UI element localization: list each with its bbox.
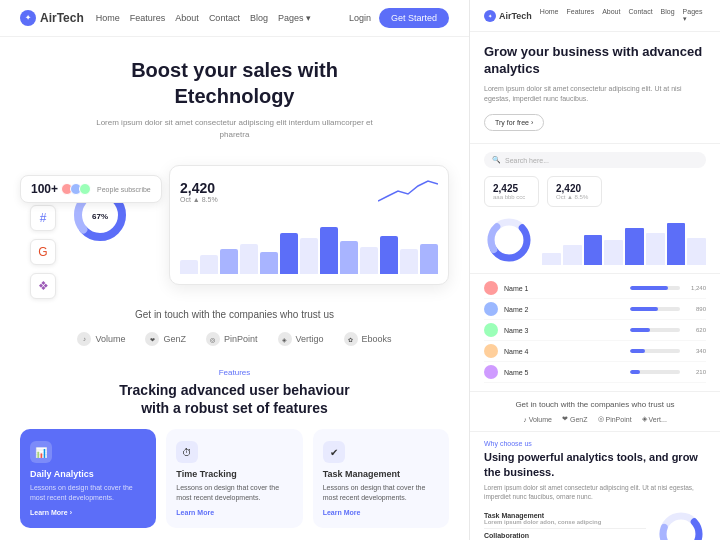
stats-section: 100+ People subscribe # G ❖ 67% [20, 165, 449, 295]
bar [200, 255, 218, 274]
bar [360, 247, 378, 275]
nav-pages[interactable]: Pages ▾ [278, 13, 311, 23]
company-icon: ♪ [77, 332, 91, 346]
right-company-vert: ◈ Vert... [642, 415, 667, 423]
mini-chart-row [484, 215, 706, 265]
feature-time-tracking: ⏱ Time Tracking Lessons on design that c… [166, 429, 302, 528]
right-company-volume: ♪ Volume [523, 415, 552, 423]
bar [260, 252, 278, 274]
nav-links: Home Features About Contact Blog Pages ▾ [96, 13, 337, 23]
company-icon: ◈ [278, 332, 292, 346]
stats-badge: 100+ People subscribe [20, 175, 162, 203]
right-nav-blog[interactable]: Blog [661, 8, 675, 23]
search-icon: 🔍 [492, 156, 501, 164]
bar [340, 241, 358, 274]
bar [380, 236, 398, 275]
right-nav-about[interactable]: About [602, 8, 620, 23]
nav-blog[interactable]: Blog [250, 13, 268, 23]
logo-text: AirTech [40, 11, 84, 25]
row-value: 1,240 [686, 285, 706, 291]
get-started-button[interactable]: Get Started [379, 8, 449, 28]
mini-stat-label: aaa bbb ccc [493, 194, 530, 200]
search-bar[interactable]: 🔍 Search here... [484, 152, 706, 168]
mini-stat-2: 2,420 Oct ▲ 8.5% [547, 176, 602, 207]
table-row: Name 1 1,240 [484, 278, 706, 299]
company-icon: ✿ [344, 332, 358, 346]
card-stat: 2,420 [180, 180, 218, 196]
row-progress-fill [630, 349, 645, 353]
right-trust-section: Get in touch with the companies who trus… [470, 392, 720, 432]
trust-section: Get in touch with the companies who trus… [0, 295, 469, 356]
bar-chart [180, 214, 438, 274]
nav-features[interactable]: Features [130, 13, 166, 23]
mini-bar [563, 245, 582, 265]
features-grid: 📊 Daily Analytics Lessons on design that… [20, 429, 449, 528]
features-tag: Features [20, 368, 449, 377]
mini-bar [542, 253, 561, 266]
nav-actions: Login Get Started [349, 8, 449, 28]
why-item-collab: Collaboration Lorem ipsum dolor adon, co… [484, 529, 646, 540]
right-hero-subtitle: Lorem ipsum dolor sit amet consectetur a… [484, 84, 706, 104]
try-free-button[interactable]: Try for free › [484, 114, 544, 131]
company-genz: ❤ GenZ [145, 332, 186, 346]
stats-number: 100+ [31, 182, 58, 196]
row-name: Name 1 [504, 285, 624, 292]
right-panel: ✦ AirTech Home Features About Contact Bl… [470, 0, 720, 540]
company-pinpoint: ◎ PinPoint [206, 332, 258, 346]
navbar: ✦ AirTech Home Features About Contact Bl… [0, 0, 469, 37]
right-hero-section: Grow your business with advanced analyti… [470, 32, 720, 144]
mini-bar [584, 235, 603, 265]
line-chart-icon [378, 176, 438, 206]
learn-more-link[interactable]: Learn More [323, 509, 439, 516]
company-ebooks: ✿ Ebooks [344, 332, 392, 346]
card-stat-label: Oct ▲ 8.5% [180, 196, 218, 203]
avatar [484, 281, 498, 295]
trust-title: Get in touch with the companies who trus… [20, 309, 449, 320]
right-company-pinpoint: ◎ PinPoint [598, 415, 632, 423]
company-icon: ◈ [642, 415, 647, 423]
mini-bar [667, 223, 686, 266]
mini-donut-chart [484, 215, 534, 265]
people-dots [64, 183, 91, 195]
row-progress-bar [630, 370, 680, 374]
login-button[interactable]: Login [349, 13, 371, 23]
table-row: Name 2 890 [484, 299, 706, 320]
right-nav-home[interactable]: Home [540, 8, 559, 23]
row-progress-bar [630, 286, 680, 290]
learn-more-link[interactable]: Learn More › [30, 509, 146, 516]
mini-stat-num: 2,425 [493, 183, 530, 194]
logo-icon: ✦ [20, 10, 36, 26]
nav-contact[interactable]: Contact [209, 13, 240, 23]
mini-stat-1: 2,425 aaa bbb ccc [484, 176, 539, 207]
mini-bar-chart [542, 215, 706, 265]
avatar [484, 302, 498, 316]
right-nav-contact[interactable]: Contact [628, 8, 652, 23]
row-value: 210 [686, 369, 706, 375]
nav-about[interactable]: About [175, 13, 199, 23]
bar [280, 233, 298, 274]
feature-name: Daily Analytics [30, 469, 146, 479]
nav-home[interactable]: Home [96, 13, 120, 23]
right-navbar: ✦ AirTech Home Features About Contact Bl… [470, 0, 720, 32]
app-icon-slack: # [30, 205, 56, 231]
daily-analytics-icon: 📊 [30, 441, 52, 463]
right-nav-features[interactable]: Features [567, 8, 595, 23]
right-logo: ✦ AirTech [484, 10, 532, 22]
mini-bar [604, 240, 623, 265]
hero-title: Boost your sales with Etechnology [40, 57, 429, 109]
feature-name: Task Management [323, 469, 439, 479]
row-progress-bar [630, 349, 680, 353]
mini-stats-row: 2,425 aaa bbb ccc 2,420 Oct ▲ 8.5% [484, 176, 706, 207]
learn-more-link[interactable]: Learn More [176, 509, 292, 516]
why-features: Task Management Lorem ipsum dolor adon, … [484, 509, 706, 540]
row-progress-fill [630, 370, 640, 374]
right-logo-text: AirTech [499, 11, 532, 21]
right-dashboard: 🔍 Search here... 2,425 aaa bbb ccc 2,420… [470, 144, 720, 274]
feature-desc: Lessons on design that cover the most re… [30, 483, 146, 503]
time-tracking-icon: ⏱ [176, 441, 198, 463]
hero-subtitle: Lorem ipsum dolor sit amet consectetur a… [95, 117, 375, 141]
row-name: Name 5 [504, 369, 624, 376]
why-list: Task Management Lorem ipsum dolor adon, … [484, 509, 646, 540]
mini-stat-num: 2,420 [556, 183, 593, 194]
right-nav-pages[interactable]: Pages ▾ [683, 8, 706, 23]
